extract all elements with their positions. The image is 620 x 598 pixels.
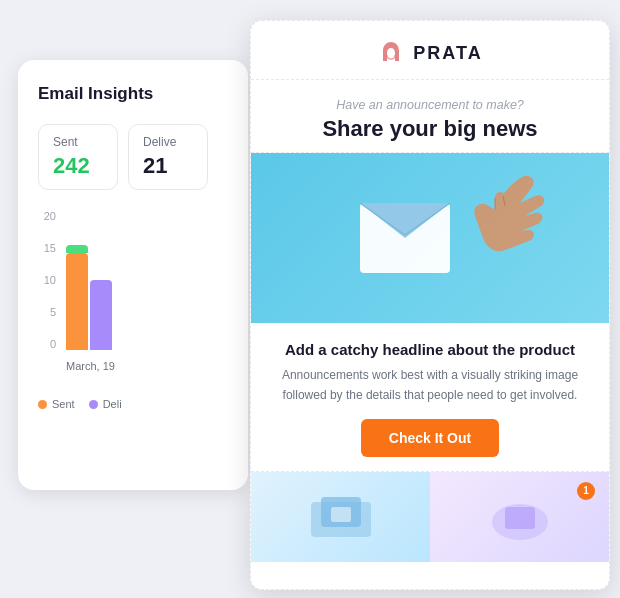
insights-card: Email Insights Sent 242 Delive 21 20 15 …: [18, 60, 248, 490]
chart-x-label: March, 19: [66, 360, 115, 372]
footer-notification-badge: 1: [577, 482, 595, 500]
hero-illustration: [290, 163, 570, 313]
metric-sent-label: Sent: [53, 135, 103, 149]
email-body: Add a catchy headline about the product …: [251, 323, 609, 471]
email-image: [251, 153, 609, 323]
email-tagline: Have an announcement to make?: [279, 98, 581, 112]
legend-sent: Sent: [38, 398, 75, 410]
metric-sent-value: 242: [53, 153, 103, 179]
y-label-5: 5: [38, 306, 56, 318]
legend-dot-sent: [38, 400, 47, 409]
email-product-headline: Add a catchy headline about the product: [279, 341, 581, 358]
footer-image-1: [251, 472, 430, 562]
email-footer: 1: [251, 472, 609, 562]
email-body-text: Announcements work best with a visually …: [279, 366, 581, 404]
chart-area: 20 15 10 5 0 March, 19: [38, 210, 228, 390]
footer-decoration-1: [301, 487, 381, 547]
email-hero: Have an announcement to make? Share your…: [251, 80, 609, 153]
y-label-15: 15: [38, 242, 56, 254]
footer-decoration-2: [480, 487, 560, 547]
svg-rect-8: [331, 507, 351, 522]
email-header: PRATA: [251, 21, 609, 80]
metrics-row: Sent 242 Delive 21: [38, 124, 228, 190]
legend-dot-delivered: [89, 400, 98, 409]
chart-y-labels: 20 15 10 5 0: [38, 210, 60, 350]
chart-legend: Sent Deli: [38, 398, 228, 410]
legend-sent-label: Sent: [52, 398, 75, 410]
metric-delivered-value: 21: [143, 153, 193, 179]
brand-name: PRATA: [413, 43, 482, 64]
chart-bars: [66, 210, 112, 350]
legend-delivered: Deli: [89, 398, 122, 410]
legend-delivered-label: Deli: [103, 398, 122, 410]
brand-logo-icon: [377, 39, 405, 67]
insights-title: Email Insights: [38, 84, 228, 104]
email-headline: Share your big news: [279, 116, 581, 142]
envelope-container: [251, 153, 609, 323]
metric-delivered-label: Delive: [143, 135, 193, 149]
y-label-0: 0: [38, 338, 56, 350]
brand-logo: PRATA: [377, 39, 482, 67]
y-label-10: 10: [38, 274, 56, 286]
footer-image-2: 1: [430, 472, 609, 562]
cta-button[interactable]: Check It Out: [361, 419, 499, 457]
metric-delivered: Delive 21: [128, 124, 208, 190]
bar-group-main: [66, 245, 112, 350]
y-label-20: 20: [38, 210, 56, 222]
metric-sent: Sent 242: [38, 124, 118, 190]
email-preview-card: PRATA Have an announcement to make? Shar…: [250, 20, 610, 590]
svg-rect-10: [505, 507, 535, 529]
